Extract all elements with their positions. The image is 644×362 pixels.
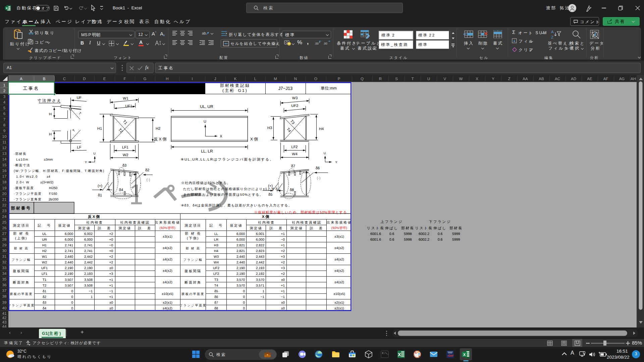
svg-text:±4(±2): ±4(±2) xyxy=(163,307,172,310)
svg-text:4: 4 xyxy=(3,101,6,105)
svg-text:LF2: LF2 xyxy=(213,272,219,276)
svg-text:※社内目標値は80%とする。: ※社内目標値は80%とする。 xyxy=(181,181,231,185)
svg-text:2,190: 2,190 xyxy=(236,272,245,276)
svg-text:0: 0 xyxy=(71,295,73,299)
svg-text:−1: −1 xyxy=(89,290,93,293)
svg-text:5: 5 xyxy=(3,106,5,110)
svg-text:11: 11 xyxy=(2,140,6,144)
svg-text:21: 21 xyxy=(2,198,7,202)
svg-text:AH: AH xyxy=(631,77,636,81)
svg-text:2b/200: 2b/200 xyxy=(49,198,58,201)
svg-text:±10(±5): ±10(±5) xyxy=(162,292,173,296)
svg-text:14: 14 xyxy=(2,158,7,162)
svg-text:δ2: δ2 xyxy=(145,168,149,172)
svg-text:W3: W3 xyxy=(214,255,219,259)
svg-text:-Go!: -Go! xyxy=(447,354,453,357)
svg-text:δ2: δ2 xyxy=(43,295,47,299)
svg-text:35: 35 xyxy=(2,278,7,282)
svg-text:腹板間隔: 腹板間隔 xyxy=(184,269,201,273)
svg-text:22: 22 xyxy=(2,203,7,207)
svg-text:2,442: 2,442 xyxy=(256,261,264,264)
svg-text:2,440: 2,440 xyxy=(65,255,73,259)
svg-text:L: L xyxy=(254,77,257,81)
svg-text:+0: +0 xyxy=(109,238,113,242)
svg-text:1: 1 xyxy=(3,83,5,87)
svg-text:C: C xyxy=(63,77,66,81)
svg-text:H3: H3 xyxy=(214,244,218,247)
svg-text:U: U xyxy=(427,77,430,81)
svg-text:2,193: 2,193 xyxy=(84,272,93,276)
svg-text:U: U xyxy=(324,152,326,155)
svg-text:39: 39 xyxy=(2,301,7,305)
svg-text:+3: +3 xyxy=(281,266,285,270)
svg-text:·部材長: ·部材長 xyxy=(14,152,26,156)
svg-text:23: 23 xyxy=(2,209,7,213)
svg-text:出来形規格値: 出来形規格値 xyxy=(155,221,180,225)
svg-text:40: 40 xyxy=(2,306,7,310)
svg-text:−1: −1 xyxy=(281,295,285,299)
svg-text:腹板の平面度: 腹板の平面度 xyxy=(10,292,33,296)
svg-text:H: H xyxy=(49,112,52,116)
svg-text:0.6: 0.6 xyxy=(389,238,394,242)
svg-text:2,741: 2,741 xyxy=(84,249,93,253)
svg-text:0: 0 xyxy=(243,301,245,305)
svg-text:δ5: δ5 xyxy=(268,193,272,197)
svg-text:ab: ab xyxy=(202,31,206,35)
svg-text:δ1: δ1 xyxy=(43,290,47,293)
svg-text:27: 27 xyxy=(2,232,7,236)
svg-text:X側: X側 xyxy=(262,215,270,219)
svg-text:5999: 5999 xyxy=(452,238,460,242)
svg-text:リスト長: リスト長 xyxy=(415,226,433,230)
svg-text:単位:mm: 単位:mm xyxy=(321,86,336,90)
svg-text:V: V xyxy=(443,77,446,81)
svg-text:部材番号: 部材番号 xyxy=(11,206,31,210)
svg-text:LF: LF xyxy=(77,145,82,149)
svg-text:A: A xyxy=(20,77,22,81)
svg-text:±0: ±0 xyxy=(109,266,113,270)
svg-text:2,440: 2,440 xyxy=(236,261,245,264)
svg-text:AE: AE xyxy=(587,77,592,81)
svg-text:Z: Z xyxy=(508,77,510,81)
svg-text:X: X xyxy=(476,77,478,81)
svg-text:D: D xyxy=(83,77,86,81)
svg-text:.00: .00 xyxy=(323,42,327,45)
svg-text:6001.6: 6001.6 xyxy=(370,238,381,242)
svg-text:+0: +0 xyxy=(109,249,113,253)
svg-text:±4(±2): ±4(±2) xyxy=(163,246,172,250)
svg-text:±3(±1): ±3(±1) xyxy=(334,235,344,239)
svg-text:W3: W3 xyxy=(292,96,298,100)
svg-text:誤 差: 誤 差 xyxy=(310,226,323,230)
svg-text:0: 0 xyxy=(71,290,73,293)
svg-text:±4(±2): ±4(±2) xyxy=(163,258,172,261)
svg-text:31: 31 xyxy=(2,255,7,259)
svg-text:3,571: 3,571 xyxy=(256,284,264,288)
svg-text:H2: H2 xyxy=(42,249,47,253)
svg-text:AG: AG xyxy=(619,77,625,81)
svg-text:δ7: δ7 xyxy=(291,164,295,168)
svg-text:δ1: δ1 xyxy=(98,193,102,197)
svg-text:+1: +1 xyxy=(281,244,285,247)
svg-text:UL: UL xyxy=(42,232,47,236)
svg-text:+1: +1 xyxy=(109,284,113,288)
svg-text:UF: UF xyxy=(77,96,82,100)
svg-text:W1: W1 xyxy=(42,255,47,259)
svg-text:AA: AA xyxy=(523,77,528,81)
svg-text:38: 38 xyxy=(2,295,7,299)
svg-text:社内検査員確認: 社内検査員確認 xyxy=(120,221,150,225)
svg-text:AC: AC xyxy=(555,77,560,81)
svg-text:0: 0 xyxy=(243,307,245,310)
svg-text:+2: +2 xyxy=(109,232,113,236)
svg-text:W2: W2 xyxy=(123,153,128,157)
svg-text:x: x xyxy=(6,6,7,10)
svg-text:15: 15 xyxy=(2,163,7,167)
svg-text:24: 24 xyxy=(2,215,7,219)
svg-text:C:\_: C:\_ xyxy=(382,352,388,355)
svg-text:δ8: δ8 xyxy=(214,307,218,310)
svg-text:+2: +2 xyxy=(281,272,285,276)
svg-text:30: 30 xyxy=(2,249,7,253)
svg-text:·腹板平面度: ·腹板平面度 xyxy=(14,186,34,190)
svg-text:±4(±2): ±4(±2) xyxy=(334,269,344,273)
svg-text:6002.2: 6002.2 xyxy=(419,232,429,236)
svg-text:(-): (-) xyxy=(147,178,150,182)
svg-text:また部材高および腹板の平面度は50%とする。: また部材高および腹板の平面度は50%とする。 xyxy=(183,193,263,197)
